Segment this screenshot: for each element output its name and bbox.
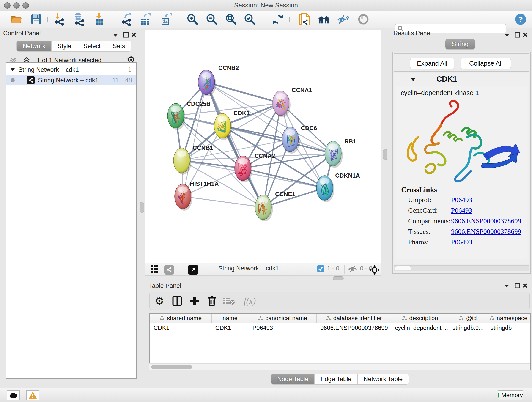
table-hscrollbar[interactable] — [149, 364, 530, 370]
table-panel-window-controls[interactable] — [503, 283, 528, 289]
network-edge-CCNB2-CCNA1[interactable] — [206, 82, 281, 103]
crosslink-link[interactable]: P06493 — [451, 196, 472, 204]
open-session-button[interactable] — [10, 13, 23, 26]
network-node-CCNB1[interactable] — [173, 148, 191, 175]
expand-all-button[interactable]: Expand All — [410, 58, 454, 69]
network-edge-CCNB2-HIST1H1A[interactable] — [183, 82, 206, 196]
zoom-fit-button[interactable] — [225, 13, 237, 26]
crosslink-link[interactable]: P06493 — [451, 238, 472, 246]
network-node-CDKN1A[interactable] — [317, 176, 334, 202]
column-header-@id[interactable]: @id — [449, 313, 487, 323]
table-hscrollbar-thumb[interactable] — [151, 365, 192, 369]
control-panel-title: Control Panel — [3, 30, 41, 37]
main-toolbar: ? — [0, 11, 532, 28]
hidden-toggle[interactable] — [348, 265, 357, 273]
table-cell[interactable]: P06493 — [249, 323, 317, 332]
collapse-triangle-icon[interactable] — [10, 68, 15, 72]
import-network-file-button[interactable] — [53, 13, 66, 26]
left-splitter-handle[interactable] — [140, 202, 144, 213]
export-image-button[interactable] — [159, 13, 172, 26]
collapse-all-button[interactable]: Collapse All — [461, 58, 511, 69]
column-header-namespace[interactable]: namespace — [487, 313, 530, 323]
network-node-HIST1H1A[interactable] — [175, 184, 192, 211]
network-node-CCNA2[interactable] — [234, 156, 253, 182]
export-table-button[interactable] — [139, 13, 152, 26]
table-cell[interactable]: stringdb — [487, 323, 530, 332]
zoom-out-button[interactable] — [205, 13, 218, 26]
table-cell[interactable]: 9606.ENSP00000378699 — [317, 323, 391, 332]
right-splitter-handle[interactable] — [383, 149, 387, 160]
table-options-button[interactable]: ⚙ — [153, 294, 166, 307]
network-row-selected[interactable]: String Network – cdk1 11 48 — [6, 75, 136, 85]
string-style-button[interactable] — [164, 265, 174, 274]
inactive-lens-button[interactable] — [357, 13, 370, 26]
column-header-description[interactable]: description — [391, 313, 449, 323]
table-cell[interactable]: stringdb:9... — [449, 323, 487, 332]
crosslink-link[interactable]: 9606.ENSP00000378699 — [451, 228, 521, 235]
tab-sets[interactable]: Sets — [107, 41, 131, 51]
show-columns-button[interactable] — [171, 294, 184, 307]
zoom-selected-button[interactable] — [243, 13, 256, 26]
warnings-button[interactable] — [26, 390, 39, 400]
control-panel-window-controls[interactable] — [112, 32, 137, 38]
cloud-status-button[interactable] — [7, 390, 20, 400]
gray-lens-icon — [359, 15, 368, 24]
table-cell[interactable]: cyclin–dependent ... — [391, 323, 449, 332]
memory-button[interactable]: Memory — [498, 390, 523, 400]
enable-disable-button[interactable] — [337, 13, 350, 26]
results-hscrollbar-thumb[interactable] — [395, 266, 411, 270]
tab-select[interactable]: Select — [77, 41, 107, 51]
network-node-CCNB2[interactable] — [198, 70, 216, 96]
home-networks-button[interactable] — [317, 13, 330, 26]
birdseye-view-button[interactable] — [151, 265, 159, 273]
network-collection-row[interactable]: String Network – cdk1 1 — [6, 64, 136, 75]
delete-column-button[interactable] — [206, 294, 218, 307]
column-header-canonical-name[interactable]: canonical name — [249, 313, 317, 323]
table-row[interactable]: CDK1CDK1P064939606.ENSP00000378699cyclin… — [150, 323, 530, 332]
column-header-name[interactable]: name — [212, 313, 249, 323]
node-label-CDKN1A: CDKN1A — [335, 172, 360, 179]
fit-content-button[interactable] — [370, 265, 380, 275]
crosslink-link[interactable]: P06493 — [451, 206, 472, 214]
eye-slash-icon — [338, 15, 349, 24]
delete-table-button[interactable] — [222, 294, 235, 307]
gene-card-header[interactable]: CDK1 — [394, 73, 529, 85]
column-label: database identifier — [333, 315, 382, 322]
string-import-button[interactable] — [298, 13, 311, 26]
bottom-splitter-handle[interactable] — [333, 276, 344, 280]
network-node-RB1[interactable] — [325, 141, 343, 168]
network-node-CDC6[interactable] — [282, 127, 300, 153]
import-network-database-button[interactable] — [73, 13, 86, 26]
add-column-button[interactable] — [188, 294, 201, 307]
table-cell[interactable]: CDK1 — [212, 323, 249, 332]
refresh-button[interactable] — [272, 13, 285, 26]
open-folder-icon — [11, 14, 22, 24]
toolbar-separator — [289, 13, 290, 25]
string-network-view[interactable]: CCNB2CCNA1CDC25BCDK1CDC6RB1CCNB1CCNA2CDK… — [146, 30, 381, 263]
column-header-shared-name[interactable]: shared name — [150, 313, 212, 323]
results-panel-window-controls[interactable] — [503, 32, 528, 38]
table-cell[interactable]: CDK1 — [150, 323, 212, 332]
tab-edge-table[interactable]: Edge Table — [315, 374, 358, 385]
tab-network-table[interactable]: Network Table — [358, 374, 409, 385]
import-table-button[interactable] — [93, 13, 106, 26]
gene-result-card: CDK1 cyclin–dependent kinase 1 — [394, 73, 529, 264]
zoom-in-button[interactable] — [186, 13, 199, 26]
collapse-triangle-icon[interactable] — [410, 77, 416, 82]
function-builder-button[interactable]: f(x) — [239, 294, 260, 307]
tab-string[interactable]: String — [445, 39, 475, 49]
crosslink-link[interactable]: 9606.ENSP00000378699 — [451, 217, 521, 225]
network-canvas[interactable]: CCNB2CCNA1CDC25BCDK1CDC6RB1CCNB1CCNA2CDK… — [145, 30, 381, 264]
export-network-button[interactable] — [120, 13, 133, 26]
save-session-button[interactable] — [30, 13, 43, 26]
tab-style[interactable]: Style — [51, 41, 77, 51]
tab-network[interactable]: Network — [17, 41, 51, 51]
network-node-CCNE1[interactable] — [255, 195, 273, 221]
column-header-database-identifier[interactable]: database identifier — [317, 313, 391, 323]
selected-checkbox[interactable] — [317, 265, 324, 272]
network-edge-HIST1H1A-CCNE1[interactable] — [183, 196, 263, 207]
tab-node-table[interactable]: Node Table — [271, 374, 315, 385]
help-button[interactable]: ? — [514, 13, 527, 26]
results-hscrollbar[interactable] — [394, 265, 529, 271]
open-in-window-button[interactable] — [188, 265, 198, 274]
